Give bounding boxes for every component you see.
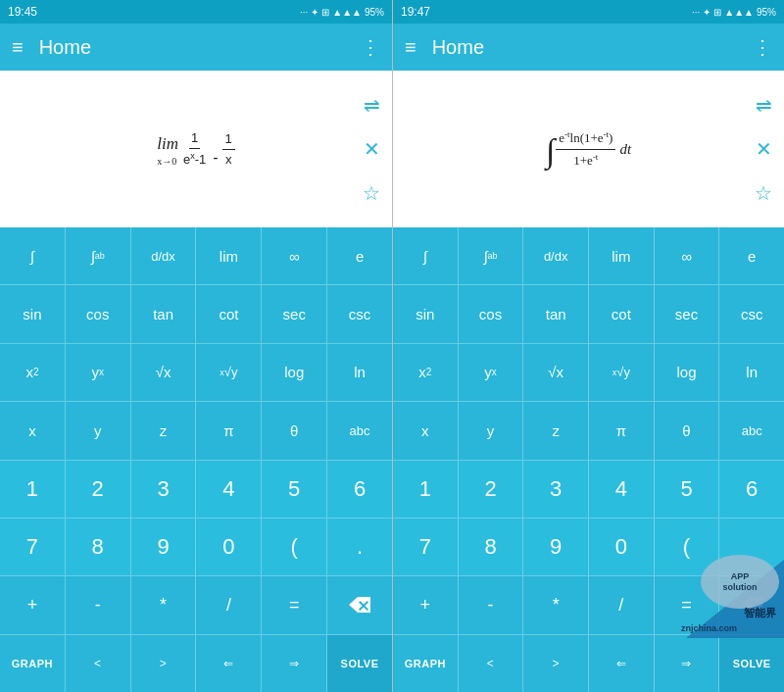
key-inf-right[interactable]: ∞ bbox=[655, 227, 720, 284]
key-8-right[interactable]: 8 bbox=[459, 519, 524, 575]
key-1-right[interactable]: 1 bbox=[393, 461, 459, 518]
key-graph-right[interactable]: GRAPH bbox=[393, 635, 459, 692]
more-icon-left[interactable]: ⋮ bbox=[361, 35, 380, 59]
formula-left[interactable]: lim x→0 1 ex-1 - 1 x bbox=[0, 129, 392, 170]
key-integral-right[interactable]: ∫ bbox=[393, 227, 459, 284]
key-backspace-left[interactable] bbox=[327, 576, 392, 633]
key-div-right[interactable]: / bbox=[589, 576, 655, 633]
key-log-right[interactable]: log bbox=[655, 344, 720, 401]
key-sqrt-left[interactable]: √x bbox=[131, 344, 197, 401]
key-6-left[interactable]: 6 bbox=[327, 461, 392, 518]
key-pi-right[interactable]: π bbox=[589, 402, 655, 459]
key-x-left[interactable]: x bbox=[0, 402, 66, 459]
key-backspace-right[interactable] bbox=[719, 576, 784, 633]
key-abc-right[interactable]: abc bbox=[719, 402, 784, 459]
key-e-right[interactable]: e bbox=[719, 227, 784, 284]
key-9-right[interactable]: 9 bbox=[523, 519, 589, 575]
key-6-right[interactable]: 6 bbox=[719, 461, 784, 518]
more-icon-right[interactable]: ⋮ bbox=[753, 35, 772, 59]
key-0-right[interactable]: 0 bbox=[589, 519, 655, 575]
key-blank-right[interactable] bbox=[719, 519, 784, 575]
key-5-right[interactable]: 5 bbox=[655, 461, 720, 518]
key-eq-left[interactable]: = bbox=[262, 576, 327, 633]
key-9-left[interactable]: 9 bbox=[131, 519, 197, 575]
key-y-left[interactable]: y bbox=[66, 402, 131, 459]
key-integral-left[interactable]: ∫ bbox=[0, 227, 66, 284]
key-x-right[interactable]: x bbox=[393, 402, 459, 459]
key-7-left[interactable]: 7 bbox=[0, 519, 66, 575]
shuffle-icon-right[interactable]: ⇌ bbox=[756, 93, 772, 117]
key-minus-left[interactable]: - bbox=[66, 576, 131, 633]
key-lim-left[interactable]: lim bbox=[196, 227, 262, 284]
key-plus-left[interactable]: + bbox=[0, 576, 66, 633]
key-3-left[interactable]: 3 bbox=[131, 461, 197, 518]
key-gt-left[interactable]: > bbox=[131, 635, 197, 692]
key-lt-left[interactable]: < bbox=[66, 635, 131, 692]
key-lparen-left[interactable]: ( bbox=[262, 519, 327, 575]
menu-icon-left[interactable]: ≡ bbox=[12, 36, 24, 59]
key-pi-left[interactable]: π bbox=[196, 402, 262, 459]
key-y-right[interactable]: y bbox=[459, 402, 524, 459]
key-eq-right[interactable]: = bbox=[655, 576, 720, 633]
key-4-right[interactable]: 4 bbox=[589, 461, 655, 518]
key-7-right[interactable]: 7 bbox=[393, 519, 459, 575]
key-sec-right[interactable]: sec bbox=[655, 285, 720, 342]
key-z-right[interactable]: z bbox=[523, 402, 589, 459]
key-4-left[interactable]: 4 bbox=[196, 461, 262, 518]
key-cos-right[interactable]: cos bbox=[459, 285, 524, 342]
key-minus-right[interactable]: - bbox=[459, 576, 524, 633]
key-x2-left[interactable]: x2 bbox=[0, 344, 66, 401]
key-rarrow-right[interactable]: ⇒ bbox=[655, 635, 720, 692]
key-yx-right[interactable]: yx bbox=[459, 344, 524, 401]
key-cos-left[interactable]: cos bbox=[66, 285, 131, 342]
key-xsqrty-right[interactable]: x√y bbox=[589, 344, 655, 401]
key-xsqrty-left[interactable]: x√y bbox=[196, 344, 262, 401]
key-5-left[interactable]: 5 bbox=[262, 461, 327, 518]
key-plus-right[interactable]: + bbox=[393, 576, 459, 633]
close-icon-right[interactable]: ✕ bbox=[756, 137, 772, 161]
key-lparen-right[interactable]: ( bbox=[655, 519, 720, 575]
key-rarrow-left[interactable]: ⇒ bbox=[262, 635, 327, 692]
key-sqrt-right[interactable]: √x bbox=[523, 344, 589, 401]
key-x2-right[interactable]: x2 bbox=[393, 344, 459, 401]
key-2-left[interactable]: 2 bbox=[66, 461, 131, 518]
key-theta-left[interactable]: θ bbox=[262, 402, 327, 459]
key-mult-left[interactable]: * bbox=[131, 576, 197, 633]
key-solve-left[interactable]: SOLVE bbox=[327, 635, 392, 692]
key-solve-right[interactable]: SOLVE bbox=[719, 635, 784, 692]
key-integral-ab-right[interactable]: ∫ab bbox=[459, 227, 524, 284]
key-theta-right[interactable]: θ bbox=[655, 402, 720, 459]
key-3-right[interactable]: 3 bbox=[523, 461, 589, 518]
shuffle-icon-left[interactable]: ⇌ bbox=[364, 93, 380, 117]
key-ddx-left[interactable]: d/dx bbox=[131, 227, 197, 284]
star-icon-left[interactable]: ☆ bbox=[363, 181, 380, 205]
key-cot-right[interactable]: cot bbox=[589, 285, 655, 342]
key-mult-right[interactable]: * bbox=[523, 576, 589, 633]
key-1-left[interactable]: 1 bbox=[0, 461, 66, 518]
key-gt-right[interactable]: > bbox=[523, 635, 589, 692]
key-integral-ab-left[interactable]: ∫ab bbox=[66, 227, 131, 284]
key-inf-left[interactable]: ∞ bbox=[262, 227, 327, 284]
menu-icon-right[interactable]: ≡ bbox=[405, 36, 416, 59]
formula-right[interactable]: ∫ e-tln(1+e-t) 1+e-t dt bbox=[393, 128, 784, 170]
key-sec-left[interactable]: sec bbox=[262, 285, 327, 342]
key-sin-right[interactable]: sin bbox=[393, 285, 459, 342]
key-ln-right[interactable]: ln bbox=[719, 344, 784, 401]
key-abc-left[interactable]: abc bbox=[327, 402, 392, 459]
key-cot-left[interactable]: cot bbox=[196, 285, 262, 342]
key-sin-left[interactable]: sin bbox=[0, 285, 66, 342]
key-div-left[interactable]: / bbox=[196, 576, 262, 633]
key-z-left[interactable]: z bbox=[131, 402, 197, 459]
key-0-left[interactable]: 0 bbox=[196, 519, 262, 575]
key-e-left[interactable]: e bbox=[327, 227, 392, 284]
star-icon-right[interactable]: ☆ bbox=[755, 181, 772, 205]
key-graph-left[interactable]: GRAPH bbox=[0, 635, 66, 692]
key-log-left[interactable]: log bbox=[262, 344, 327, 401]
key-8-left[interactable]: 8 bbox=[66, 519, 131, 575]
key-lt-right[interactable]: < bbox=[459, 635, 524, 692]
close-icon-left[interactable]: ✕ bbox=[364, 137, 380, 161]
key-larrow-right[interactable]: ⇐ bbox=[589, 635, 655, 692]
key-2-right[interactable]: 2 bbox=[459, 461, 524, 518]
key-dot-left[interactable]: . bbox=[327, 519, 392, 575]
key-csc-left[interactable]: csc bbox=[327, 285, 392, 342]
